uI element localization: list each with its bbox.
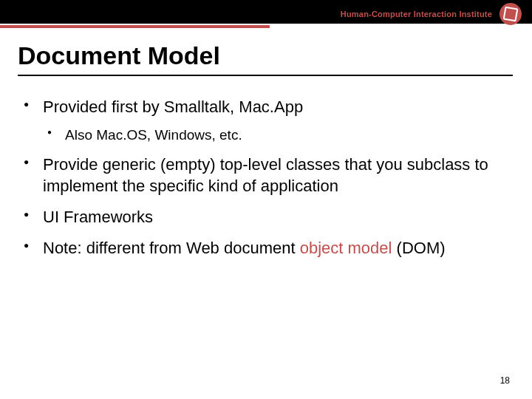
bullet-highlight: object model: [300, 239, 392, 257]
hcii-logo-icon: [499, 3, 522, 25]
accent-line: [0, 25, 270, 28]
bullet-text: UI Frameworks: [43, 208, 153, 226]
bullet-list: Provided first by Smalltalk, Mac.App Als…: [21, 97, 514, 259]
bullet-text: Provide generic (empty) top-level classe…: [43, 155, 488, 194]
header-right: Human-Computer Interaction Institute: [341, 3, 522, 25]
institute-name: Human-Computer Interaction Institute: [341, 10, 492, 18]
sub-bullet-text: Also Mac.OS, Windows, etc.: [65, 127, 242, 143]
sub-bullet-item: Also Mac.OS, Windows, etc.: [43, 126, 514, 144]
bullet-item: Provided first by Smalltalk, Mac.App Als…: [21, 97, 514, 144]
bullet-text: Provided first by Smalltalk, Mac.App: [43, 98, 303, 116]
bullet-item: Provide generic (empty) top-level classe…: [21, 154, 514, 196]
sub-bullet-list: Also Mac.OS, Windows, etc.: [43, 126, 514, 144]
bullet-prefix: Note: different from Web document: [43, 239, 300, 257]
slide-content: Provided first by Smalltalk, Mac.App Als…: [21, 97, 514, 259]
bullet-item: UI Frameworks: [21, 207, 514, 228]
title-underline: [18, 75, 513, 76]
slide-title: Document Model: [18, 41, 532, 70]
page-number: 18: [500, 375, 510, 386]
bullet-suffix: (DOM): [392, 239, 445, 257]
bullet-item: Note: different from Web document object…: [21, 238, 514, 259]
header-bar: Human-Computer Interaction Institute: [0, 0, 532, 24]
